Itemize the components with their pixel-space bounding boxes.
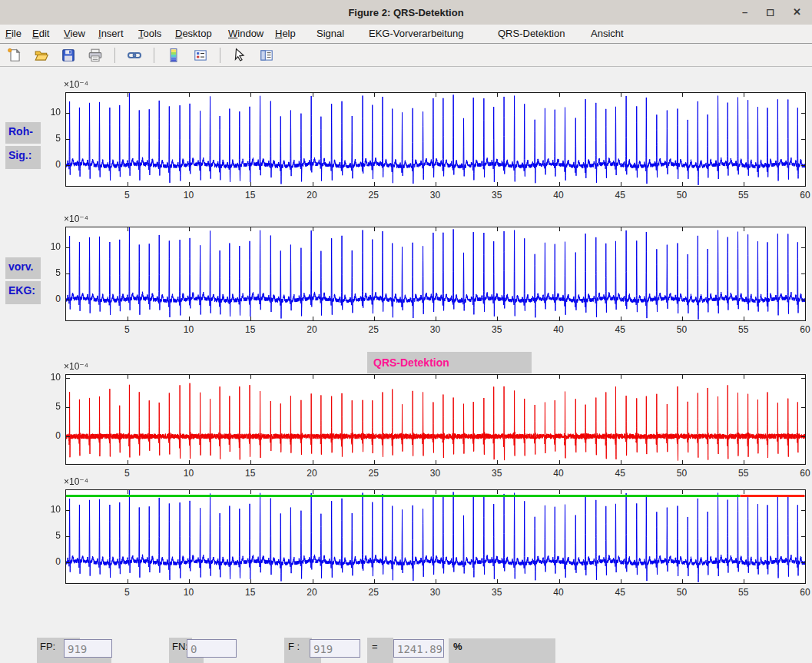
plot-detektion-mit-schwelle [65, 489, 806, 584]
y-tick-label: 0 [36, 159, 61, 170]
y-tick-label: 10 [36, 372, 61, 383]
x-tick-label: 25 [360, 468, 386, 479]
x-tick-label: 25 [360, 190, 386, 201]
y-axis-exponent-label: ×10⁻⁴ [64, 79, 88, 90]
menu-signal[interactable]: Signal [317, 28, 344, 39]
equals-panel-fragment [367, 655, 393, 663]
x-tick-label: 55 [731, 587, 757, 598]
percent-label: % [453, 641, 462, 652]
new-figure-icon[interactable] [5, 46, 24, 65]
percent-panel [449, 638, 555, 663]
close-icon[interactable]: ✕ [793, 0, 801, 25]
menu-view[interactable]: View [64, 28, 85, 39]
menu-desktop[interactable]: Desktop [175, 28, 212, 39]
y-tick-label: 10 [36, 107, 61, 118]
maximize-icon[interactable]: ◻ [766, 0, 774, 25]
x-tick-label: 50 [669, 324, 695, 335]
x-tick-label: 20 [299, 468, 325, 479]
window-controls: – ◻ ✕ [742, 0, 801, 25]
menu-insert[interactable]: Insert [98, 28, 124, 39]
x-tick-label: 40 [545, 324, 572, 335]
x-tick-label: 45 [607, 468, 633, 479]
x-tick-label: 35 [484, 190, 510, 201]
print-figure-icon[interactable] [86, 46, 104, 65]
x-tick-label: 30 [423, 190, 449, 201]
x-tick-label: 55 [731, 324, 757, 335]
x-tick-label: 45 [607, 587, 633, 598]
insert-legend-icon[interactable] [191, 46, 210, 65]
y-tick-label: 0 [36, 556, 61, 567]
x-tick-label: 15 [237, 324, 263, 335]
fn-field[interactable] [187, 639, 237, 658]
titlebar: Figure 2: QRS-Detektion – ◻ ✕ [0, 0, 812, 25]
x-tick-label: 40 [545, 587, 572, 598]
menu-tools[interactable]: Tools [138, 28, 161, 39]
x-tick-label: 20 [299, 324, 325, 335]
y-tick-label: 5 [36, 530, 61, 541]
menu-help[interactable]: Help [275, 28, 296, 39]
x-tick-label: 10 [176, 587, 202, 598]
x-tick-label: 60 [792, 190, 812, 201]
y-tick-label: 0 [36, 293, 61, 304]
x-tick-label: 40 [545, 190, 572, 201]
qrs-detektion-signal-canvas[interactable] [65, 374, 806, 465]
equals-label: = [372, 641, 378, 652]
x-tick-label: 50 [669, 190, 695, 201]
plot-qrs-detektion-signal [65, 374, 806, 465]
save-figure-icon[interactable] [59, 46, 78, 65]
y-tick-label: 0 [36, 430, 61, 441]
menu-ansicht[interactable]: Ansicht [591, 28, 624, 39]
x-tick-label: 30 [423, 324, 449, 335]
toolbar-separator [220, 48, 220, 63]
menubar: FileEditViewInsertToolsDesktopWindowHelp… [0, 25, 812, 44]
f-field[interactable] [310, 639, 360, 658]
x-tick-label: 45 [607, 190, 633, 201]
menu-ekg-vorverarbeitung[interactable]: EKG-Vorverarbeitung [369, 28, 464, 39]
property-editor-icon[interactable] [257, 46, 276, 65]
x-tick-label: 50 [669, 468, 695, 479]
vorverarbeitetes-ekg-canvas[interactable] [65, 227, 806, 321]
x-tick-label: 25 [360, 324, 386, 335]
x-tick-label: 5 [114, 587, 140, 598]
x-tick-label: 60 [792, 468, 812, 479]
edit-plot-icon[interactable] [230, 46, 249, 65]
y-axis-exponent-label: ×10⁻⁴ [64, 214, 88, 224]
detektion-mit-schwelle-canvas[interactable] [65, 489, 806, 584]
y-tick-label: 10 [36, 504, 61, 515]
x-tick-label: 5 [114, 468, 140, 479]
link-plot-icon[interactable] [125, 46, 144, 65]
x-tick-label: 5 [114, 190, 140, 201]
y-axis-exponent-label: ×10⁻⁴ [64, 476, 88, 487]
x-tick-label: 40 [545, 468, 572, 479]
menu-window[interactable]: Window [228, 28, 263, 39]
toolbar-separator [114, 48, 115, 63]
y-axis-exponent-label: ×10⁻⁴ [64, 361, 88, 372]
menu-file[interactable]: File [5, 28, 22, 39]
x-tick-label: 50 [669, 587, 695, 598]
y-tick-label: 5 [36, 267, 61, 278]
fp-field[interactable] [64, 639, 112, 658]
x-tick-label: 20 [299, 190, 325, 201]
open-file-icon[interactable] [32, 46, 51, 65]
x-tick-label: 15 [237, 190, 263, 201]
figure-window: Roh- Sig.: vorv. EKG: QRS-Detektion FP: … [0, 0, 812, 663]
ratio-field[interactable] [393, 639, 444, 658]
menu-qrs-detektion[interactable]: QRS-Detektion [498, 28, 565, 39]
roh-signal-canvas[interactable] [65, 92, 806, 187]
y-tick-label: 10 [36, 241, 61, 252]
x-tick-label: 25 [360, 587, 386, 598]
toolbar [0, 45, 812, 67]
minimize-icon[interactable]: – [742, 0, 747, 25]
x-tick-label: 20 [299, 587, 325, 598]
y-tick-label: 5 [36, 401, 61, 412]
window-title: Figure 2: QRS-Detektion [0, 7, 812, 18]
x-tick-label: 30 [423, 468, 449, 479]
plot-roh-signal [65, 92, 806, 187]
fp-label: FP: [40, 641, 55, 652]
x-tick-label: 10 [176, 190, 202, 201]
x-tick-label: 10 [176, 324, 202, 335]
fn-label: FN: [172, 641, 188, 652]
menu-edit[interactable]: Edit [32, 28, 49, 39]
insert-colorbar-icon[interactable] [164, 46, 183, 65]
x-tick-label: 60 [792, 324, 812, 335]
